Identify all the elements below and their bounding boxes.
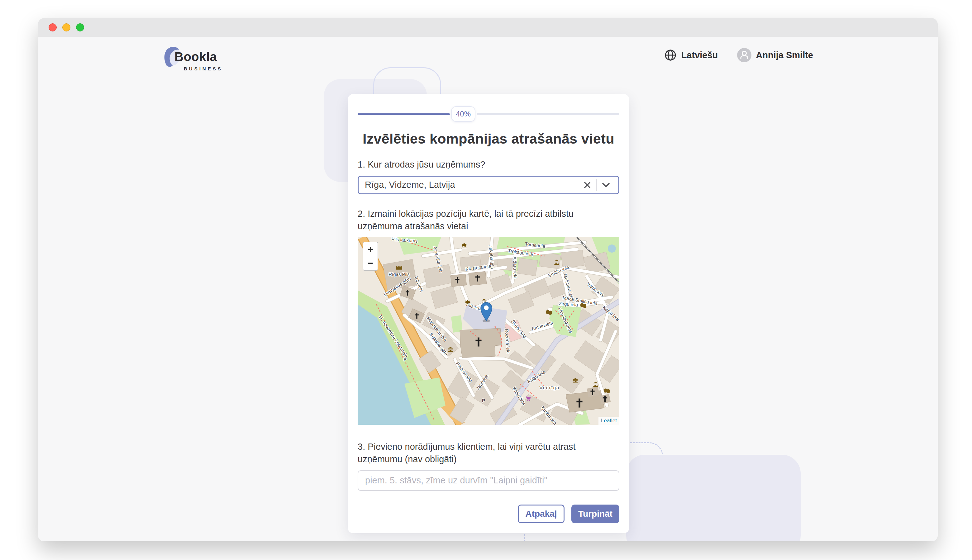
question-1-label: 1. Kur atrodas jūsu uzņēmums? [358, 158, 619, 171]
wizard-actions: Atpakaļ Turpināt [358, 505, 619, 523]
map-canvas: Pils laukumsTorņa ielaTrokšņu ielaJēkaba… [358, 237, 619, 425]
svg-text:Vecrīga: Vecrīga [540, 385, 560, 390]
language-label: Latviešu [681, 50, 718, 60]
globe-icon [664, 48, 677, 62]
avatar [737, 48, 752, 62]
minimize-window-button[interactable] [62, 23, 70, 32]
wizard-card: 40% Izvēlēties kompānijas atrašanās viet… [348, 94, 629, 533]
user-menu[interactable]: Annija Smilte [737, 48, 813, 62]
progress-track [477, 113, 619, 115]
directions-input[interactable] [358, 470, 619, 491]
user-name: Annija Smilte [756, 50, 813, 60]
chevron-down-icon[interactable] [599, 178, 614, 192]
continue-button[interactable]: Turpināt [571, 505, 619, 523]
map-zoom-control: + − [363, 242, 378, 271]
location-select-value: Rīga, Vidzeme, Latvija [365, 180, 580, 190]
page-title: Izvēlēties kompānijas atrašanās vietu [358, 131, 619, 147]
location-select[interactable]: Rīga, Vidzeme, Latvija [358, 176, 619, 194]
logo-title: Bookla [175, 50, 217, 64]
select-divider [596, 179, 597, 191]
back-button[interactable]: Atpakaļ [518, 505, 565, 523]
svg-text:P: P [482, 398, 485, 403]
page-content: Bookla BUSINESS Latviešu [38, 37, 938, 541]
window-titlebar [38, 18, 938, 37]
clear-icon[interactable] [580, 178, 594, 192]
logo-subtitle: BUSINESS [184, 66, 223, 71]
leaflet-attribution[interactable]: Leaflet [599, 417, 619, 425]
decor-rounded-square-2 [626, 455, 801, 541]
bookla-logo[interactable]: Bookla BUSINESS [162, 44, 237, 74]
svg-text:P: P [403, 357, 407, 362]
question-2-label: 2. Izmaini lokācijas pozīciju kartē, lai… [358, 207, 619, 232]
app-window: Bookla BUSINESS Latviešu [38, 18, 938, 541]
progress-bar: 40% [358, 105, 619, 123]
question-3-label: 3. Pievieno norādījumus klientiem, lai v… [358, 440, 619, 465]
progress-fill [358, 113, 450, 115]
zoom-in-button[interactable]: + [363, 242, 378, 256]
close-window-button[interactable] [48, 23, 57, 32]
zoom-out-button[interactable]: − [363, 256, 378, 270]
user-icon [737, 48, 752, 62]
language-switcher[interactable]: Latviešu [664, 48, 718, 62]
header-right: Latviešu Annija Smilte [664, 48, 813, 62]
location-map[interactable]: Pils laukumsTorņa ielaTrokšņu ielaJēkaba… [358, 237, 619, 425]
svg-text:Aldaru iela: Aldaru iela [512, 256, 518, 279]
zoom-window-button[interactable] [76, 23, 84, 32]
app-header: Bookla BUSINESS Latviešu [38, 37, 938, 80]
progress-percent-badge: 40% [451, 106, 475, 122]
svg-text:Rīgas Pils: Rīgas Pils [388, 272, 410, 277]
